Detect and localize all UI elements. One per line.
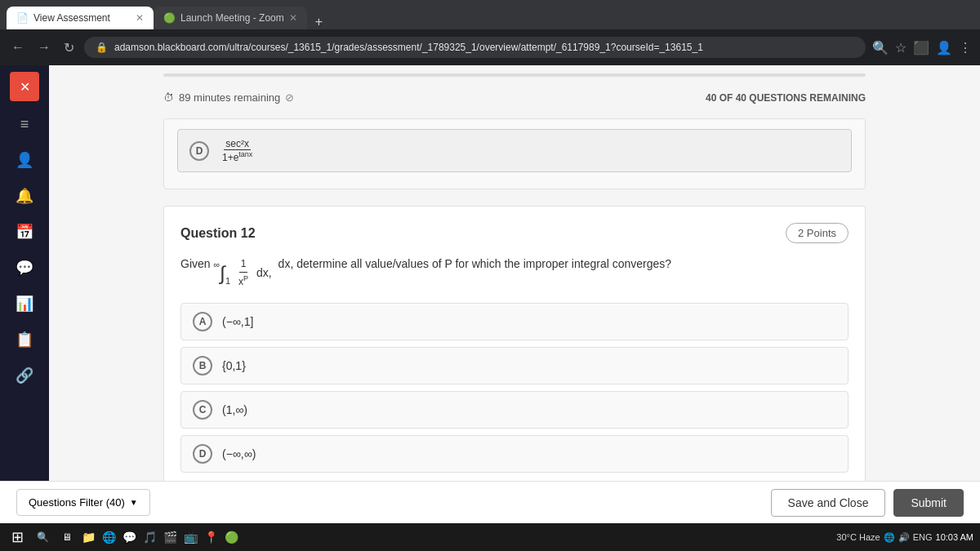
- timer-icon: ⏱: [163, 91, 174, 104]
- option-c-circle: C: [193, 400, 212, 420]
- option-d-text-q12: (−∞,∞): [222, 447, 256, 460]
- bookmark-icon[interactable]: ☆: [895, 40, 906, 56]
- browser-chrome: 📄 View Assessment ✕ 🟢 Launch Meeting - Z…: [0, 0, 980, 65]
- back-button[interactable]: ←: [8, 38, 28, 56]
- tab-bar: 📄 View Assessment ✕ 🟢 Launch Meeting - Z…: [0, 0, 980, 29]
- taskbar-time: 10:03 AM: [936, 532, 973, 542]
- new-tab-button[interactable]: +: [307, 15, 331, 29]
- zoom-tab-close-icon[interactable]: ✕: [289, 12, 297, 24]
- taskbar-zoom-icon[interactable]: 🟢: [223, 529, 240, 545]
- main-area: ✕ ≡ 👤 🔔 📅 💬 📊 📋 🔗 ⏱ 89 minutes remaining…: [0, 65, 980, 548]
- taskbar-file-icon[interactable]: 📁: [80, 529, 97, 545]
- option-c-q12[interactable]: C (1,∞): [180, 391, 849, 429]
- close-icon: ✕: [20, 79, 30, 95]
- progress-bar-wrap: [163, 73, 866, 77]
- option-a-circle: A: [193, 312, 212, 331]
- browser-toolbar-icons: 🔍 ☆ ⬛ 👤 ⋮: [872, 40, 972, 56]
- address-bar: ← → ↻ 🔒 adamson.blackboard.com/ultra/cou…: [0, 29, 980, 65]
- integral-expr-12: ∞ ∫ 1 1 xP: [213, 256, 271, 290]
- taskview-button[interactable]: 🖥: [57, 530, 77, 544]
- question-12-card: Question 12 2 Points Given ∞ ∫: [163, 206, 866, 496]
- timer: ⏱ 89 minutes remaining ⊘: [163, 91, 294, 104]
- sidebar-icon-clipboard[interactable]: 📋: [8, 323, 41, 356]
- question-12-title: Question 12: [180, 226, 256, 241]
- top-bar: ⏱ 89 minutes remaining ⊘ 40 OF 40 QUESTI…: [163, 85, 866, 110]
- sidebar-icon-bell[interactable]: 🔔: [8, 180, 41, 212]
- integral-dx-12: dx,: [256, 264, 272, 282]
- questions-filter-button[interactable]: Questions Filter (40) ▼: [16, 489, 150, 516]
- option-d-circle: D: [189, 141, 209, 161]
- url-text: adamson.blackboard.com/ultra/courses/_13…: [114, 42, 854, 53]
- sidebar-icon-stats[interactable]: 📊: [8, 287, 41, 320]
- sidebar-close-button[interactable]: ✕: [10, 72, 39, 101]
- q12-text-suffix: dx, determine all value/values of P for …: [278, 257, 671, 270]
- sidebar-icon-menu[interactable]: ≡: [8, 108, 41, 140]
- taskbar: ⊞ 🔍 🖥 📁 🌐 💬 🎵 🎬 📺 📍 🟢 30°C Haze 🌐 🔊 ENG …: [0, 523, 980, 548]
- option-a-q12[interactable]: A (−∞,1]: [180, 303, 849, 340]
- sidebar: ✕ ≡ 👤 🔔 📅 💬 📊 📋 🔗: [0, 65, 49, 548]
- option-b-circle: B: [193, 356, 212, 375]
- sidebar-icon-user[interactable]: 👤: [8, 144, 41, 176]
- forward-button[interactable]: →: [34, 38, 54, 56]
- bottom-bar: Questions Filter (40) ▼ Save and Close S…: [0, 481, 980, 523]
- filter-label: Questions Filter (40): [29, 496, 125, 509]
- question-12-header: Question 12 2 Points: [180, 223, 849, 243]
- option-d-circle-q12: D: [193, 444, 212, 464]
- zoom-label: Launch Meeting - Zoom: [180, 12, 284, 24]
- zoom-icon: 🟢: [163, 12, 176, 24]
- option-b-text: {0,1}: [222, 359, 246, 372]
- math-fraction-sec: sec²x 1+etanx: [220, 138, 254, 163]
- refresh-button[interactable]: ↻: [60, 38, 78, 57]
- menu-icon[interactable]: ⋮: [959, 40, 972, 56]
- taskbar-teams-icon[interactable]: 💬: [121, 529, 138, 545]
- submit-button[interactable]: Submit: [893, 489, 964, 517]
- search-icon[interactable]: 🔍: [872, 40, 889, 56]
- url-box[interactable]: 🔒 adamson.blackboard.com/ultra/courses/_…: [84, 37, 866, 58]
- option-b-q12[interactable]: B {0,1}: [180, 347, 849, 384]
- tab-view-assessment[interactable]: 📄 View Assessment ✕: [7, 7, 154, 29]
- content-area: ⏱ 89 minutes remaining ⊘ 40 OF 40 QUESTI…: [49, 65, 980, 548]
- extension-icon[interactable]: ⬛: [913, 40, 929, 56]
- integral-lower-12: 1: [225, 274, 230, 289]
- save-and-close-button[interactable]: Save and Close: [771, 489, 886, 517]
- weather-text: 30°C Haze: [836, 532, 880, 542]
- taskbar-network-icon: 🌐: [884, 532, 895, 543]
- taskbar-pin-icon[interactable]: 📍: [203, 529, 220, 545]
- question-12-text: Given ∞ ∫ 1: [180, 255, 849, 290]
- taskbar-video-icon[interactable]: 🎬: [162, 529, 179, 545]
- prev-question-answer-d: D sec²x 1+etanx: [163, 118, 866, 189]
- option-c-text: (1,∞): [222, 403, 247, 416]
- fraction-denominator: 1+etanx: [220, 150, 254, 163]
- content-inner: ⏱ 89 minutes remaining ⊘ 40 OF 40 QUESTI…: [147, 65, 882, 548]
- integrand-fraction: 1 xP: [237, 256, 250, 290]
- tab-zoom[interactable]: 🟢 Launch Meeting - Zoom ✕: [154, 7, 307, 29]
- option-d-prev[interactable]: D sec²x 1+etanx: [177, 129, 852, 172]
- option-a-text: (−∞,1]: [222, 315, 253, 328]
- timer-text: 89 minutes remaining: [179, 91, 280, 104]
- filter-chevron-icon: ▼: [130, 498, 138, 507]
- tab-close-icon[interactable]: ✕: [136, 12, 144, 24]
- taskbar-music-icon[interactable]: 🎵: [141, 529, 158, 545]
- search-taskbar-button[interactable]: 🔍: [32, 530, 54, 544]
- sidebar-icon-calendar[interactable]: 📅: [8, 216, 41, 248]
- lock-icon: 🔒: [96, 42, 108, 53]
- integrand-num: 1: [239, 256, 248, 273]
- taskbar-browser-icon[interactable]: 🌐: [100, 529, 118, 545]
- option-d-text: sec²x 1+etanx: [219, 138, 256, 163]
- tab-label: View Assessment: [33, 12, 110, 24]
- cancel-timer-icon[interactable]: ⊘: [285, 91, 294, 104]
- sidebar-icon-link[interactable]: 🔗: [8, 359, 41, 392]
- question-12-points: 2 Points: [786, 223, 849, 243]
- sidebar-icon-chat[interactable]: 💬: [8, 251, 41, 284]
- taskbar-volume-icon[interactable]: 🔊: [898, 532, 910, 543]
- start-button[interactable]: ⊞: [7, 527, 29, 548]
- integrand-12: 1 xP: [235, 256, 252, 290]
- integral-sign-12: ∫: [220, 264, 225, 283]
- tab-icon: 📄: [16, 12, 29, 24]
- taskbar-lang: ENG: [913, 532, 933, 542]
- option-d-q12[interactable]: D (−∞,∞): [180, 435, 849, 473]
- action-buttons: Save and Close Submit: [771, 489, 964, 517]
- questions-remaining: 40 OF 40 QUESTIONS REMAINING: [706, 92, 866, 104]
- taskbar-netflix-icon[interactable]: 📺: [182, 529, 199, 545]
- profile-icon[interactable]: 👤: [936, 40, 952, 56]
